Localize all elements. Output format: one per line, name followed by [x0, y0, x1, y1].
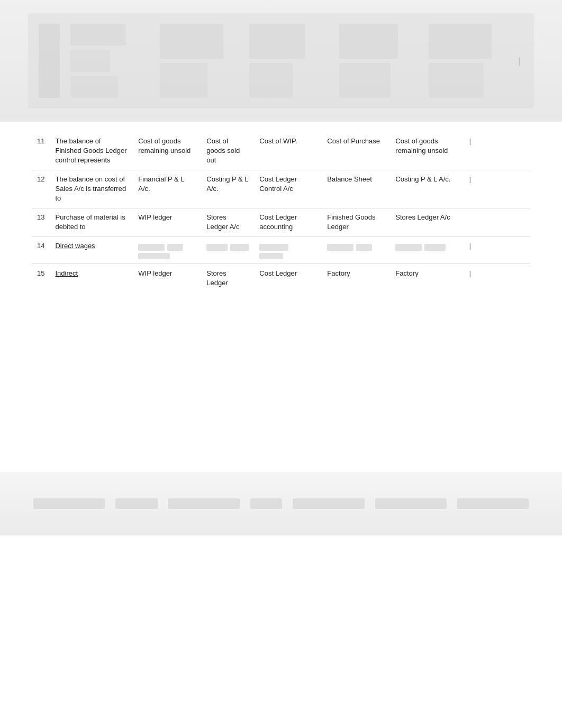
row-num-14: 14 [32, 237, 50, 264]
row11-col5: Cost of Purchase [322, 132, 390, 170]
row12-col1: The balance on cost of Sales A/c is tran… [50, 170, 133, 208]
row-num-15: 15 [32, 265, 50, 292]
bottom-image-area [0, 472, 562, 535]
bottom-blur-3 [168, 498, 240, 509]
row15-col3: Stores Ledger [201, 265, 254, 292]
row-num-13: 13 [32, 208, 50, 236]
row13-col5: Finished Goods Ledger [322, 208, 390, 236]
row13-col2: WIP ledger [133, 208, 201, 236]
blur-pill-8 [327, 244, 353, 251]
bottom-blur-6 [375, 498, 447, 509]
row11-col3: Cost of goods sold out [201, 132, 254, 170]
table-row-13: 13 Purchase of material is debited to WI… [32, 208, 530, 236]
bottom-blur-5 [293, 498, 364, 509]
blur-line-5 [160, 63, 207, 98]
blur-line-3 [70, 76, 117, 98]
blur-line-6 [249, 24, 304, 59]
row14-col1-text: Direct wages [55, 242, 95, 250]
row12-col4: Cost Ledger Control A/c [254, 170, 322, 208]
row15-col1: Indirect [50, 265, 133, 292]
row15-col6: Factory [390, 265, 464, 292]
row13-col7 [464, 208, 530, 236]
table-row-11: 11 The balance of Finished Goods Ledger … [32, 132, 530, 170]
bottom-blur-content [28, 483, 534, 525]
blur-pill-10 [395, 244, 422, 251]
row14-col5-blur [322, 237, 390, 264]
table-row-15: 15 Indirect WIP ledger Stores Ledger Cos… [32, 265, 530, 292]
row-num-11: 11 [32, 132, 50, 170]
row12-col2: Financial P & L A/c. [133, 170, 201, 208]
empty-space [0, 313, 562, 461]
row14-col2-blur [133, 237, 201, 264]
blur-line-1 [70, 24, 125, 46]
row14-col3-blur [201, 237, 254, 264]
blur-line-8 [339, 24, 398, 59]
table-row-12: 12 The balance on cost of Sales A/c is t… [32, 170, 530, 208]
row11-col7: I [464, 132, 530, 170]
row12-col6: Costing P & L A/c. [390, 170, 464, 208]
row15-col7: I [464, 265, 530, 292]
bottom-blur-4 [250, 498, 282, 509]
row14-col4-blur [254, 237, 322, 264]
blur-pill-1 [138, 244, 165, 251]
row12-col3: Costing P & L A/c. [201, 170, 254, 208]
blur-pill-3 [138, 253, 170, 259]
row13-col1: Purchase of material is debited to [50, 208, 133, 236]
blur-pill-11 [424, 244, 446, 251]
row11-col2: Cost of goods remaining unsold [133, 132, 201, 170]
row12-col5: Balance Sheet [322, 170, 390, 208]
top-image-area: | [0, 0, 562, 122]
row11-col6: Cost of goods remaining unsold [390, 132, 464, 170]
row14-col7: I [464, 237, 530, 264]
pipe-right-top: | [518, 24, 523, 98]
blurred-header: | [28, 13, 534, 108]
blur-line-9 [339, 63, 391, 98]
row15-col5: Factory [322, 265, 390, 292]
row15-col4: Cost Ledger [254, 265, 322, 292]
bottom-blur-7 [457, 498, 529, 509]
data-table: 11 The balance of Finished Goods Ledger … [32, 132, 530, 292]
bottom-blur-2 [115, 498, 158, 509]
row13-col4: Cost Ledger accounting [254, 208, 322, 236]
row14-col6-blur [390, 237, 464, 264]
bottom-blur-1 [33, 498, 105, 509]
row13-col3: Stores Ledger A/c [201, 208, 254, 236]
row12-col7: I [464, 170, 530, 208]
blur-pill-9 [356, 244, 372, 251]
row11-col4: Cost of WIP. [254, 132, 322, 170]
page-container: | 11 The balance of Finished Goods Ledge… [0, 0, 562, 728]
row15-col1-text: Indirect [55, 269, 78, 277]
blur-line-10 [429, 24, 492, 59]
blur-pill-2 [167, 244, 183, 251]
main-content: 11 The balance of Finished Goods Ledger … [0, 122, 562, 313]
blur-pill-4 [206, 244, 228, 251]
table-row-14: 14 Direct wages [32, 237, 530, 264]
blur-pill-5 [230, 244, 249, 251]
blur-line-2 [70, 50, 110, 71]
blur-pill-7 [259, 253, 283, 259]
row13-col6: Stores Ledger A/c [390, 208, 464, 236]
blur-block-1 [39, 24, 60, 98]
row11-col1: The balance of Finished Goods Ledger con… [50, 132, 133, 170]
blur-line-7 [249, 63, 293, 98]
row15-col2: WIP ledger [133, 265, 201, 292]
row14-col1: Direct wages [50, 237, 133, 264]
row-num-12: 12 [32, 170, 50, 208]
blur-pill-6 [259, 244, 288, 251]
blur-line-11 [429, 63, 484, 98]
blur-line-4 [160, 24, 223, 59]
